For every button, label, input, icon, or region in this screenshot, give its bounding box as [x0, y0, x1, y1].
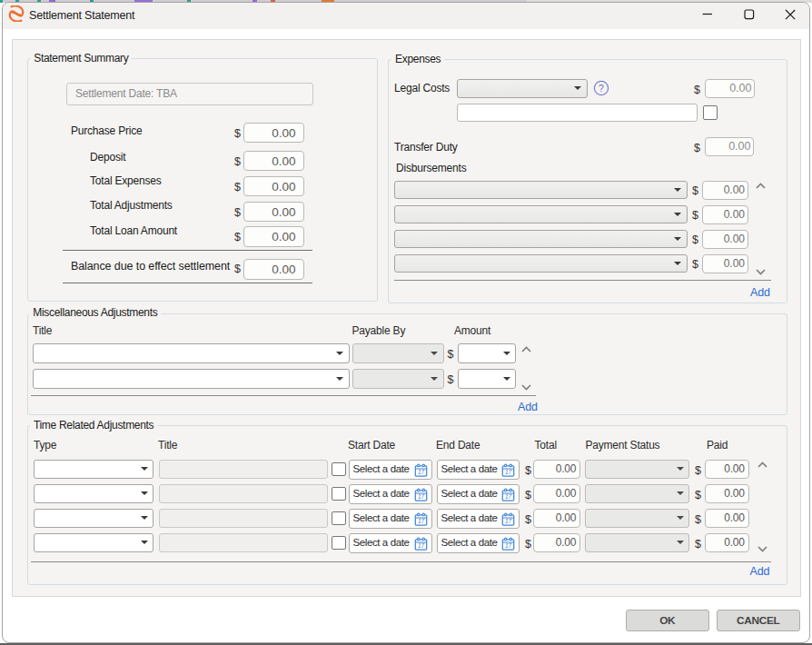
svg-text:17: 17: [505, 542, 512, 549]
svg-text:17: 17: [417, 493, 424, 500]
svg-text:17: 17: [505, 493, 512, 500]
svg-text:17: 17: [505, 518, 512, 524]
svg-text:17: 17: [417, 542, 424, 549]
svg-text:17: 17: [417, 518, 424, 524]
svg-text:17: 17: [505, 469, 512, 475]
svg-text:17: 17: [417, 469, 424, 475]
svg-text:?: ?: [599, 82, 604, 93]
